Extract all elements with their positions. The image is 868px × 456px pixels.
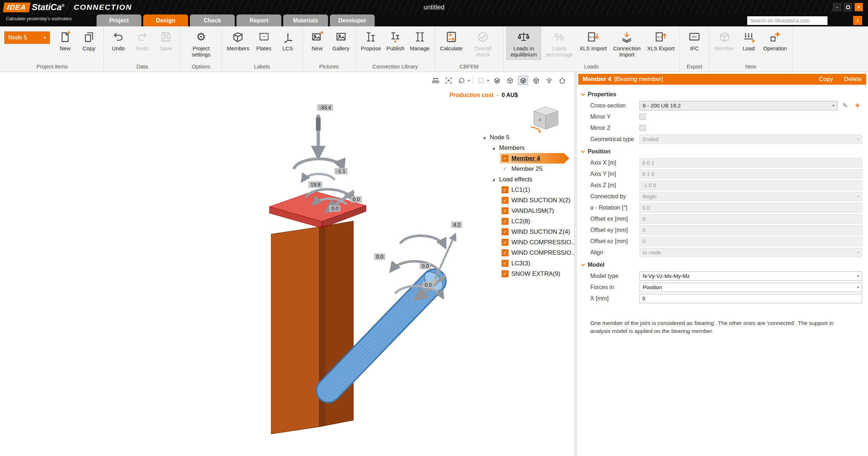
- connection-import-button[interactable]: Connection Import: [609, 27, 644, 60]
- column-member[interactable]: [271, 227, 319, 434]
- overall-check-button[interactable]: Overall check: [465, 27, 500, 60]
- checkbox-checked[interactable]: ✓: [502, 270, 509, 277]
- chevron-down-icon[interactable]: ▾: [468, 79, 470, 83]
- tree-member-member-4[interactable]: ✓Member 4: [481, 153, 569, 164]
- tab-check[interactable]: Check: [190, 14, 235, 26]
- section-header-model[interactable]: Model: [582, 259, 863, 270]
- checkbox-checked[interactable]: ✓: [502, 218, 509, 225]
- forces-in-select[interactable]: Position▾: [639, 283, 862, 292]
- calculate-button[interactable]: Calculate: [438, 27, 465, 53]
- checkbox-checked[interactable]: ✓: [502, 155, 509, 162]
- save-button[interactable]: Save: [154, 27, 178, 53]
- tree-load-effect-item[interactable]: ✓WIND SUCTION X(2): [481, 195, 569, 206]
- x-mm-input[interactable]: [639, 294, 862, 303]
- navigation-cube[interactable]: X: [529, 102, 563, 134]
- manage-button[interactable]: Manage: [408, 27, 431, 53]
- checkbox-checked[interactable]: ✓: [502, 186, 509, 193]
- project-settings-button[interactable]: ⚙ Project settings: [184, 27, 218, 60]
- tab-materials[interactable]: Materials: [283, 14, 328, 26]
- hidden-lines-view-icon[interactable]: [505, 76, 515, 85]
- mirror-y-checkbox[interactable]: [639, 114, 646, 120]
- loads-in-equilibrium-toggle[interactable]: Loads in equilibrium: [506, 27, 541, 60]
- tree-load-effect-item[interactable]: ✓VANDALISM(7): [481, 206, 569, 216]
- clip-box-icon[interactable]: [476, 76, 486, 85]
- transparent-view-icon[interactable]: [531, 76, 541, 85]
- checkbox-checked[interactable]: ✓: [502, 260, 509, 267]
- offset-ex-input[interactable]: [639, 214, 862, 224]
- tree-load-effect-item[interactable]: ✓LC2(8): [481, 216, 569, 227]
- copy-project-item-button[interactable]: Copy: [77, 27, 101, 53]
- edit-cross-section-button[interactable]: ✎: [841, 101, 850, 110]
- home-view-icon[interactable]: [557, 76, 567, 85]
- tree-group-members[interactable]: ◢Members: [481, 143, 569, 153]
- chevron-down-icon[interactable]: ▾: [487, 79, 489, 83]
- tree-group-load-effects[interactable]: ◢Load effects: [481, 174, 569, 185]
- tab-developer[interactable]: Developer: [330, 14, 375, 26]
- checkbox-checked[interactable]: ✓: [502, 239, 509, 246]
- offset-ey-input[interactable]: [639, 225, 862, 235]
- tree-load-effect-item[interactable]: ✓WIND COMPRESSIO...: [481, 248, 569, 258]
- gallery-button[interactable]: Gallery: [329, 27, 353, 53]
- undo-button[interactable]: Undo: [107, 27, 130, 53]
- add-cross-section-button[interactable]: +: [853, 101, 862, 110]
- geometrical-type-select[interactable]: Ended▾: [639, 135, 862, 144]
- xls-export-button[interactable]: XLS XLS Export: [645, 27, 677, 53]
- tree-node-5[interactable]: ◢Node 5: [481, 132, 569, 143]
- tree-expander-icon[interactable]: ◢: [483, 136, 487, 139]
- tab-design[interactable]: Design: [143, 14, 188, 26]
- checkbox-checked[interactable]: ✓: [502, 207, 509, 214]
- new-picture-button[interactable]: New: [306, 27, 329, 53]
- plates-labels-toggle[interactable]: Plates: [252, 27, 276, 53]
- delete-member-button[interactable]: Delete: [844, 76, 862, 83]
- publish-button[interactable]: Publish: [384, 27, 407, 53]
- tab-report[interactable]: Report: [237, 14, 281, 26]
- tree-load-effect-item[interactable]: ✓SNOW EXTRA(9): [481, 269, 569, 279]
- model-type-select[interactable]: N-Vy-Vz-Mx-My-Mz▾: [639, 271, 862, 281]
- tree-load-effect-item[interactable]: ✓LC1(1): [481, 185, 569, 195]
- maximize-button[interactable]: [844, 3, 852, 11]
- align-select[interactable]: In node▾: [639, 248, 862, 257]
- tree-member-member-25[interactable]: ✓Member 25: [481, 164, 569, 174]
- mirror-z-checkbox[interactable]: [639, 125, 646, 131]
- tab-project[interactable]: Project: [97, 14, 141, 26]
- supports-view-icon[interactable]: [544, 76, 554, 85]
- dimensions-icon[interactable]: [431, 76, 441, 85]
- section-header-properties[interactable]: Properties: [582, 89, 863, 100]
- search-input[interactable]: [747, 16, 827, 25]
- members-labels-toggle[interactable]: Members: [225, 27, 252, 53]
- account-button[interactable]: i: [853, 16, 862, 25]
- check-icon[interactable]: ✓: [502, 165, 509, 172]
- tree-load-effect-item[interactable]: ✓WIND SUCTION Z(4): [481, 227, 569, 237]
- loads-percentage-button[interactable]: % Loads percentage: [542, 27, 576, 60]
- alpha-rotation-input[interactable]: [639, 203, 862, 212]
- propose-button[interactable]: Propose: [359, 27, 383, 53]
- ifc-export-button[interactable]: IFC IFC: [683, 27, 706, 53]
- connected-by-select[interactable]: Begin▾: [639, 192, 862, 201]
- rotate-view-icon[interactable]: [457, 76, 467, 85]
- xls-import-button[interactable]: XLS XLS Import: [577, 27, 609, 53]
- tree-load-effect-item[interactable]: ✓WIND COMPRESSIO...: [481, 237, 569, 248]
- new-project-item-button[interactable]: New: [54, 27, 77, 53]
- axis-y-input[interactable]: [639, 169, 862, 179]
- offset-ez-input[interactable]: [639, 237, 862, 246]
- tree-expander-icon[interactable]: ◢: [492, 178, 496, 181]
- axis-z-input[interactable]: [639, 181, 862, 190]
- cross-section-select[interactable]: 6 - 200 UB 18.2▾: [639, 101, 838, 110]
- tree-load-effect-item[interactable]: ✓LC3(3): [481, 258, 569, 269]
- wireframe-view-icon[interactable]: [492, 76, 502, 85]
- copy-member-button[interactable]: Copy: [819, 76, 833, 83]
- new-load-button[interactable]: Load: [737, 27, 760, 53]
- lcs-labels-toggle[interactable]: LCS: [276, 27, 299, 53]
- solid-view-icon[interactable]: [518, 76, 528, 85]
- checkbox-checked[interactable]: ✓: [502, 249, 509, 256]
- tree-expander-icon[interactable]: ◢: [492, 146, 496, 150]
- zoom-extents-icon[interactable]: [444, 76, 454, 85]
- section-header-position[interactable]: Position: [582, 146, 863, 157]
- checkbox-checked[interactable]: ✓: [502, 197, 509, 204]
- new-member-button[interactable]: Member: [712, 27, 736, 53]
- checkbox-checked[interactable]: ✓: [502, 228, 509, 235]
- 3d-viewport[interactable]: ▾ ▾ Production cost - 0 AU$: [0, 72, 574, 456]
- close-button[interactable]: ✕: [855, 3, 863, 11]
- axis-x-input[interactable]: [639, 158, 862, 168]
- minimize-button[interactable]: –: [833, 3, 841, 11]
